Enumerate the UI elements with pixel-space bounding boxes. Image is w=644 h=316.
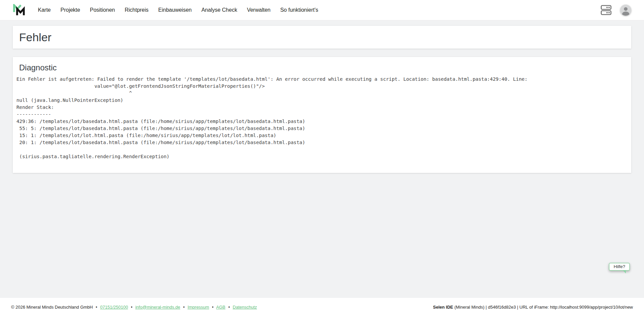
main-menu: Karte Projekte Positionen Richtpreis Ein…	[38, 7, 318, 13]
footer-separator: •	[96, 305, 97, 310]
nav-item-verwalten[interactable]: Verwalten	[247, 7, 270, 13]
footer-separator: •	[212, 305, 214, 310]
page-title: Fehler	[19, 31, 51, 44]
nav-item-einbauweisen[interactable]: Einbauweisen	[158, 7, 192, 13]
footer-link-datenschutz[interactable]: Datenschutz	[233, 305, 257, 310]
diagnostic-card: Diagnostic Ein Fehler ist aufgetreten: F…	[13, 57, 631, 173]
ide-name: Selen IDE	[433, 305, 453, 310]
mineral-minds-logo-icon	[13, 4, 28, 16]
footer-left: © 2026 Mineral Minds Deutschland GmbH • …	[11, 305, 257, 310]
footer-separator: •	[183, 305, 185, 310]
error-title-card: Fehler	[13, 26, 631, 49]
help-button[interactable]: Hilfe?	[609, 263, 630, 271]
copyright-text: © 2026 Mineral Minds Deutschland GmbH	[11, 305, 93, 310]
footer-link-agb[interactable]: AGB	[216, 305, 225, 310]
server-icon[interactable]	[601, 5, 611, 15]
footer-link-impressum[interactable]: Impressum	[187, 305, 209, 310]
nav-item-so-funktionierts[interactable]: So funktioniert's	[280, 7, 318, 13]
footer-link-phone[interactable]: 07151/250100	[100, 305, 128, 310]
person-icon	[620, 5, 631, 16]
footer-separator: •	[131, 305, 132, 310]
nav-item-karte[interactable]: Karte	[38, 7, 51, 13]
footer: © 2026 Mineral Minds Deutschland GmbH • …	[0, 298, 644, 316]
content-area: Fehler Diagnostic Ein Fehler ist aufgetr…	[0, 20, 644, 298]
nav-right-actions	[601, 5, 631, 16]
brand-logo[interactable]	[13, 4, 28, 16]
nav-item-positionen[interactable]: Positionen	[90, 7, 115, 13]
nav-item-richtpreis[interactable]: Richtpreis	[125, 7, 149, 13]
footer-right: Selen IDE (Mineral Minds) | d546f16d82e3…	[433, 305, 633, 310]
footer-separator: •	[228, 305, 230, 310]
footer-link-email[interactable]: info@mineral-minds.de	[135, 305, 180, 310]
diagnostic-stacktrace: Ein Fehler ist aufgetreten: Failed to re…	[16, 76, 625, 160]
nav-item-projekte[interactable]: Projekte	[60, 7, 80, 13]
user-avatar[interactable]	[620, 5, 631, 16]
top-navigation: Karte Projekte Positionen Richtpreis Ein…	[0, 0, 644, 20]
ide-info: (Mineral Minds) | d546f16d82e3 | URL of …	[453, 305, 633, 310]
diagnostic-heading: Diagnostic	[19, 63, 625, 72]
nav-item-analyse-check[interactable]: Analyse Check	[201, 7, 237, 13]
